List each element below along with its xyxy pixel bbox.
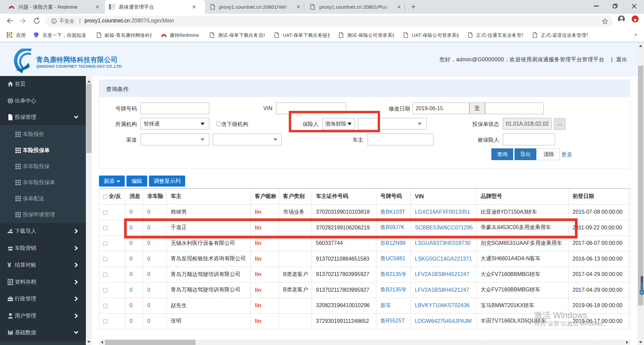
svg-text:du: du: [35, 35, 38, 37]
